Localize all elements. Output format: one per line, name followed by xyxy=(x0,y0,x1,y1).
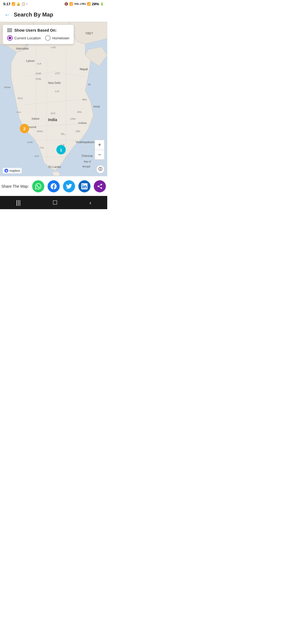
share-label: Share The Map: xyxy=(1,184,29,189)
status-bar: 5:17 📶 🔔 📋 ● 🔇 📶 VOL LTE1 📶 29% 🔋 xyxy=(0,0,107,8)
svg-text:Lahore: Lahore xyxy=(26,59,35,62)
signal-icon: 📶 xyxy=(12,2,15,6)
mute-icon: 🔇 xyxy=(64,2,68,6)
svg-text:RAJ.: RAJ. xyxy=(18,97,23,100)
svg-text:KER.: KER. xyxy=(34,155,40,157)
svg-text:LAD.: LAD. xyxy=(51,46,56,49)
clipboard-icon: 📋 xyxy=(21,2,25,6)
battery-percent: 29% xyxy=(92,2,99,6)
lte-label: VOL LTE1 xyxy=(74,2,86,5)
map-controls: + − xyxy=(95,140,105,160)
facebook-icon xyxy=(51,183,57,189)
filter-panel: Show Users Based On: Current Location Ho… xyxy=(3,25,74,44)
info-button[interactable]: ⓘ xyxy=(96,165,105,173)
share-facebook-button[interactable] xyxy=(48,180,60,192)
svg-text:Bangl: Bangl xyxy=(94,105,100,108)
battery-icon: 🔋 xyxy=(100,2,104,6)
hometown-option[interactable]: Hometown xyxy=(45,35,69,41)
current-location-radio-fill xyxy=(9,37,11,39)
svg-text:KAR.: KAR. xyxy=(28,141,33,144)
svg-text:Kolkata: Kolkata xyxy=(78,122,87,124)
filter-title: Show Users Based On: xyxy=(14,28,57,32)
zoom-in-button[interactable]: + xyxy=(95,140,105,150)
svg-text:Bay of: Bay of xyxy=(84,160,91,163)
share-bar: Share The Map: xyxy=(0,176,107,196)
nav-back-icon[interactable]: ‹ xyxy=(89,200,91,206)
cluster-marker-orange[interactable]: 2 xyxy=(20,124,29,133)
svg-text:BIH.: BIH. xyxy=(82,98,87,101)
svg-text:Indore: Indore xyxy=(32,117,40,120)
share-other-icon xyxy=(97,183,103,189)
status-right: 🔇 📶 VOL LTE1 📶 29% 🔋 xyxy=(64,2,104,6)
whatsapp-icon xyxy=(35,183,41,189)
svg-text:TIBET: TIBET xyxy=(85,32,93,35)
status-left: 5:17 📶 🔔 📋 ● xyxy=(3,2,28,6)
share-other-button[interactable] xyxy=(94,180,106,192)
current-location-label: Current Location xyxy=(14,36,41,40)
svg-text:Chennai: Chennai xyxy=(81,154,93,157)
svg-text:UTT.: UTT. xyxy=(55,72,60,75)
svg-text:Bh: Bh xyxy=(88,83,91,86)
svg-text:kistan: kistan xyxy=(4,86,11,89)
hometown-radio[interactable] xyxy=(45,35,51,41)
svg-text:•: • xyxy=(85,155,86,157)
status-time: 5:17 xyxy=(3,2,10,6)
svg-text:New Delhi: New Delhi xyxy=(48,81,61,84)
nav-home-icon[interactable]: ☐ xyxy=(53,199,57,206)
current-location-option[interactable]: Current Location xyxy=(7,35,41,41)
back-button[interactable]: ← xyxy=(4,11,10,18)
svg-text:ODI.: ODI. xyxy=(76,130,81,133)
signal-bars-icon: 📶 xyxy=(87,2,91,6)
svg-text:Bengal: Bengal xyxy=(82,165,90,168)
share-linkedin-button[interactable] xyxy=(78,180,90,192)
svg-text:H.P.: H.P. xyxy=(37,62,42,65)
svg-text:Islamabad: Islamabad xyxy=(16,47,29,50)
nav-bar: ||| ☐ ‹ xyxy=(0,196,107,209)
map-svg: Kabul Islamabad Lahore H.P. LAD. J.K. TI… xyxy=(0,22,107,176)
svg-text:Nashik: Nashik xyxy=(29,126,37,129)
nav-recents-icon[interactable]: ||| xyxy=(16,199,21,206)
svg-text:TEL.: TEL. xyxy=(61,133,66,135)
page-title: Search By Map xyxy=(14,12,53,18)
share-twitter-button[interactable] xyxy=(63,180,75,192)
svg-text:GUJ.: GUJ. xyxy=(16,111,21,113)
twitter-icon xyxy=(66,183,72,189)
share-whatsapp-button[interactable] xyxy=(32,180,44,192)
svg-text:M.P.: M.P. xyxy=(51,112,56,115)
svg-text:India: India xyxy=(48,118,57,122)
hometown-label: Hometown xyxy=(52,36,69,40)
header: ← Search By Map xyxy=(0,8,107,22)
filter-options: Current Location Hometown xyxy=(7,35,69,41)
svg-text:HAR.: HAR. xyxy=(36,72,42,75)
linkedin-icon xyxy=(81,183,87,189)
svg-text:Visakhapatnam: Visakhapatnam xyxy=(76,141,95,144)
dot-icon: ● xyxy=(26,3,28,5)
svg-text:U.P.: U.P. xyxy=(55,90,59,93)
svg-text:T.N.: T.N. xyxy=(40,146,44,149)
svg-text:Sri Lanka: Sri Lanka xyxy=(48,165,61,168)
svg-text:CHH.: CHH. xyxy=(70,118,76,120)
svg-text:MAH.: MAH. xyxy=(37,130,43,133)
svg-text:PUN.: PUN. xyxy=(36,78,42,80)
notification-icon: 🔔 xyxy=(16,2,20,6)
map-container[interactable]: Kabul Islamabad Lahore H.P. LAD. J.K. TI… xyxy=(0,22,107,176)
mapbox-label: mapbox xyxy=(9,169,20,172)
current-location-radio[interactable] xyxy=(7,35,13,41)
svg-text:JHA.: JHA. xyxy=(77,111,82,113)
mapbox-logo: mapbox xyxy=(3,168,22,173)
mapbox-logo-icon xyxy=(4,169,8,173)
zoom-out-button[interactable]: − xyxy=(95,150,105,160)
cluster-count-cyan: 1 xyxy=(60,148,62,152)
hamburger-icon xyxy=(7,29,12,32)
cluster-count-orange: 2 xyxy=(23,126,26,131)
cluster-marker-cyan[interactable]: 1 xyxy=(56,145,66,154)
filter-header: Show Users Based On: xyxy=(7,28,69,32)
wifi-icon: 📶 xyxy=(69,2,73,6)
svg-text:Nepal: Nepal xyxy=(80,67,88,71)
